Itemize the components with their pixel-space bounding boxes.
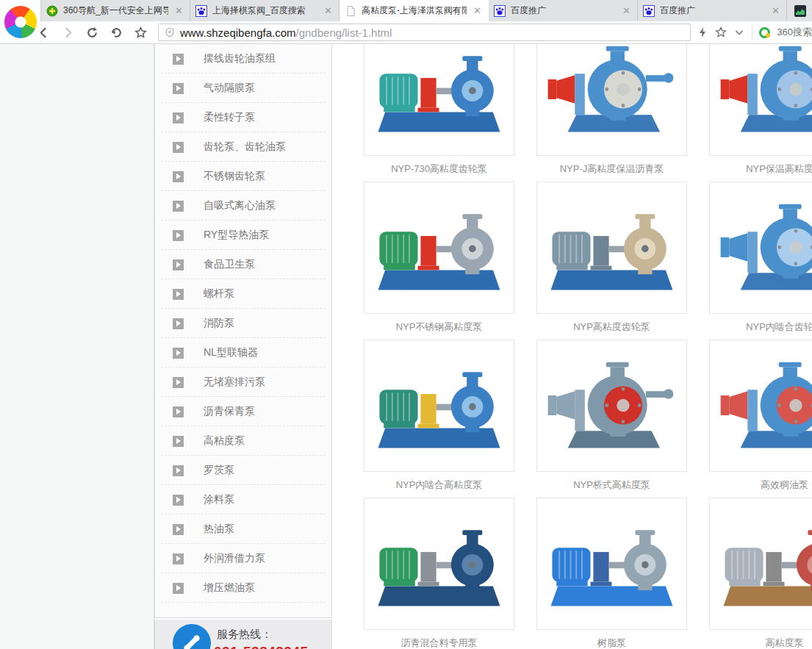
sidebar-category-item[interactable]: 食品卫生泵 xyxy=(155,250,331,279)
sidebar-category-item[interactable]: 螺杆泵 xyxy=(155,279,331,309)
browser-tab[interactable]: 360导航_新一代安全上网导 ✕ xyxy=(41,0,190,21)
tab-title: 高粘度泵-上海泽淇泵阀有限 xyxy=(362,4,467,17)
sidebar-category-item[interactable]: 涂料泵 xyxy=(155,485,331,514)
tab-close-icon[interactable]: ✕ xyxy=(173,5,184,16)
sidebar-category-label: 增压燃油泵 xyxy=(204,581,255,595)
product-image[interactable] xyxy=(709,340,812,472)
service-hotline-panel: 服务热线： 021-53843245 xyxy=(154,620,332,649)
product-image[interactable] xyxy=(536,340,687,472)
sidebar-category-item[interactable]: 沥青保青泵 xyxy=(155,397,331,426)
product-card[interactable]: NYP桥式高粘度泵 xyxy=(536,340,687,498)
product-image[interactable] xyxy=(536,498,687,630)
browser-tab[interactable]: 百度推广 ✕ xyxy=(489,0,638,21)
tab-close-icon[interactable]: ✕ xyxy=(472,5,483,16)
play-arrow-icon xyxy=(173,171,184,182)
product-card[interactable]: 沥青混合料专用泵 xyxy=(364,498,514,649)
sidebar-category-item[interactable]: 外润滑借力泵 xyxy=(155,544,331,573)
baidu-paw-icon xyxy=(494,5,506,17)
product-caption[interactable]: NYP不锈钢高粘度泵 xyxy=(364,314,514,340)
browser-tab[interactable]: 高粘度泵-上海泽淇泵阀有限 ✕ xyxy=(339,0,489,21)
tab-close-icon[interactable]: ✕ xyxy=(770,5,781,16)
dropdown-chevron-icon[interactable] xyxy=(733,26,745,38)
product-caption[interactable]: 高效稠油泵 xyxy=(709,472,812,498)
favorite-star-button[interactable] xyxy=(132,24,150,41)
product-card[interactable]: NYP内啮合齿轮泵 xyxy=(709,182,812,340)
browser-menu-button[interactable] xyxy=(0,0,40,43)
extension-bolt-icon[interactable] xyxy=(697,26,708,38)
product-image[interactable] xyxy=(364,340,514,472)
sidebar-category-item[interactable]: 齿轮泵、齿轮油泵 xyxy=(155,132,331,162)
product-card[interactable]: NYP高粘度齿轮泵 xyxy=(536,182,687,340)
browser-tab[interactable]: 百度推广 ✕ xyxy=(638,0,787,21)
product-caption[interactable]: NYP-J高粘度保温沥青泵 xyxy=(536,156,687,182)
product-caption[interactable]: 高粘度泵 xyxy=(709,630,812,649)
sidebar-category-item[interactable]: 摆线齿轮油泵组 xyxy=(155,44,331,73)
nav360-icon xyxy=(46,5,58,17)
sidebar-category-item[interactable]: 无堵塞排污泵 xyxy=(155,367,331,397)
product-caption[interactable]: NYP保温高粘度泵 xyxy=(709,156,812,182)
product-card[interactable]: NYP不锈钢高粘度泵 xyxy=(364,182,514,340)
product-image[interactable] xyxy=(709,498,812,630)
play-arrow-icon xyxy=(173,201,184,212)
product-caption[interactable]: NYP内啮合高粘度泵 xyxy=(364,472,514,498)
product-caption[interactable]: 树脂泵 xyxy=(536,630,687,649)
product-image[interactable] xyxy=(709,182,812,314)
sidebar-category-item[interactable]: NL型联轴器 xyxy=(155,338,331,367)
product-category-sidebar: 摆线齿轮油泵组 气动隔膜泵 柔性转子泵 齿轮泵、齿轮油泵 不锈钢齿轮泵 自吸式离… xyxy=(154,44,332,618)
product-caption[interactable]: 沥青混合料专用泵 xyxy=(364,630,514,649)
sidebar-category-item[interactable]: 高粘度泵 xyxy=(155,426,331,456)
play-arrow-icon xyxy=(173,289,184,300)
navigation-bar: www.shzeqibengfa.com/gndbeng/list-1.html… xyxy=(0,21,812,44)
play-arrow-icon xyxy=(173,377,184,388)
product-image[interactable] xyxy=(536,182,687,314)
undo-refresh-button[interactable] xyxy=(108,24,126,41)
product-card[interactable]: NYP-J高粘度保温沥青泵 xyxy=(536,44,687,182)
pump-unit-illustration xyxy=(368,186,510,309)
sidebar-category-label: NL型联轴器 xyxy=(204,346,258,359)
sidebar-category-item[interactable]: 增压燃油泵 xyxy=(155,573,331,603)
sidebar-category-item[interactable]: RY型导热油泵 xyxy=(155,220,331,250)
product-card[interactable]: NYP内啮合高粘度泵 xyxy=(364,340,514,498)
sidebar-category-item[interactable]: 自吸式离心油泵 xyxy=(155,191,331,220)
tab-close-icon[interactable]: ✕ xyxy=(323,5,334,16)
product-caption[interactable]: NYP桥式高粘度泵 xyxy=(536,472,687,498)
product-card[interactable]: 树脂泵 xyxy=(536,498,687,649)
product-image[interactable] xyxy=(364,498,514,630)
sidebar-category-item[interactable]: 消防泵 xyxy=(155,309,331,338)
pump-unit-illustration xyxy=(368,344,510,467)
product-card[interactable]: 高粘度泵 xyxy=(709,498,812,649)
chart-dark-icon xyxy=(794,5,806,17)
address-bar[interactable]: www.shzeqibengfa.com/gndbeng/list-1.html xyxy=(158,24,691,41)
browser-chrome: 360导航_新一代安全上网导 ✕ 上海择棋泵阀_百度搜索 ✕ 高粘度泵-上海泽淇… xyxy=(0,0,812,44)
product-image[interactable] xyxy=(709,44,812,156)
product-card[interactable]: NYP保温高粘度泵 xyxy=(709,44,812,182)
sidebar-category-label: 自吸式离心油泵 xyxy=(204,199,276,212)
tab-partial[interactable] xyxy=(787,0,812,21)
play-arrow-icon xyxy=(173,259,184,270)
bookmark-star-icon[interactable] xyxy=(715,26,727,38)
product-image[interactable] xyxy=(536,44,687,156)
sidebar-category-label: 气动隔膜泵 xyxy=(204,82,255,95)
product-card[interactable]: NYP-730高粘度齿轮泵 xyxy=(364,44,514,182)
address-bar-tools: 360搜索 xyxy=(697,26,812,39)
product-caption[interactable]: NYP内啮合齿轮泵 xyxy=(709,314,812,340)
tab-close-icon[interactable]: ✕ xyxy=(621,5,632,16)
sidebar-category-item[interactable]: 热油泵 xyxy=(155,514,331,544)
product-caption[interactable]: NYP-730高粘度齿轮泵 xyxy=(364,156,514,182)
reload-button[interactable] xyxy=(84,24,101,41)
play-arrow-icon xyxy=(173,436,184,447)
sidebar-category-item[interactable]: 罗茨泵 xyxy=(155,456,331,485)
product-card[interactable]: 高效稠油泵 xyxy=(709,340,812,498)
url-path: /gndbeng/list-1.html xyxy=(296,26,392,39)
product-image[interactable] xyxy=(364,44,514,156)
product-caption[interactable]: NYP高粘度齿轮泵 xyxy=(536,314,687,340)
product-grid: NYP-730高粘度齿轮泵 NYP-J高粘度保温沥青泵 NYP保温高粘度泵 NY… xyxy=(364,44,812,649)
sidebar-category-item[interactable]: 柔性转子泵 xyxy=(155,103,331,132)
browser-tab[interactable]: 上海择棋泵阀_百度搜索 ✕ xyxy=(190,0,339,21)
forward-button[interactable] xyxy=(60,24,77,41)
search-engine-label[interactable]: 360搜索 xyxy=(777,26,812,39)
sidebar-category-item[interactable]: 不锈钢齿轮泵 xyxy=(155,162,331,191)
360-search-logo-icon xyxy=(759,27,770,38)
product-image[interactable] xyxy=(364,182,514,314)
sidebar-category-item[interactable]: 气动隔膜泵 xyxy=(155,73,331,103)
